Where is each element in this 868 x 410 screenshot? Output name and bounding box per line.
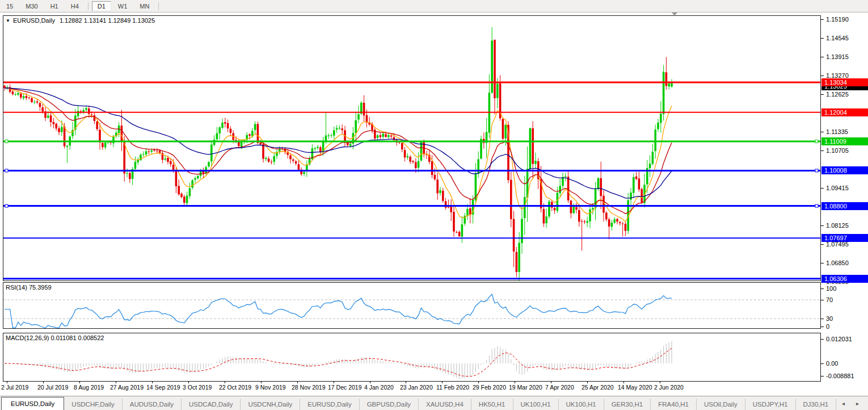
rsi-axis-label: 100 [826, 285, 836, 292]
date-label: 8 Aug 2019 [74, 384, 104, 391]
price-tick-label: 1.09415 [826, 185, 849, 191]
chart-tab-dj30-h1[interactable]: DJ30,H1 [796, 399, 837, 410]
date-tick-mark [442, 381, 443, 383]
chart-title: ▼EURUSD,Daily1.12882 1.13141 1.12849 1.1… [6, 17, 155, 24]
tf-button-h1[interactable]: H1 [45, 1, 64, 11]
date-tick-mark [623, 381, 624, 383]
horizontal-lines[interactable] [3, 82, 820, 279]
macd-axis-label: 0.00 [826, 360, 838, 367]
tf-button-d1[interactable]: D1 [92, 1, 111, 11]
line-handle[interactable] [815, 140, 818, 143]
chart-tab-ger30-h1[interactable]: GER30,H1 [604, 399, 651, 410]
tab-scroll-arrows: ◂▸ [842, 400, 863, 407]
date-label: 3 Oct 2019 [183, 384, 212, 391]
price-tick-label: 1.08125 [826, 222, 849, 229]
date-label: 14 Sep 2019 [146, 384, 180, 391]
macd-axis-label: -0.008881 [826, 373, 854, 379]
date-tick-mark [225, 381, 225, 383]
date-tick-mark [334, 381, 334, 383]
chevron-down-icon[interactable]: ▼ [6, 18, 10, 23]
price-tick-mark [821, 150, 824, 151]
macd-signal-line [5, 349, 672, 376]
chart-tab-xauusd-h4[interactable]: XAUUSD,H4 [419, 399, 471, 410]
chart-tab-usoil-daily[interactable]: USOil,Daily [697, 399, 745, 410]
price-tick-mark [821, 57, 824, 57]
line-handle[interactable] [5, 140, 8, 143]
price-tick-mark [821, 188, 824, 189]
macd-axis-tick-mark [821, 363, 824, 364]
price-tick-label: 1.15190 [826, 16, 849, 23]
price-tick-label: 1.06850 [826, 260, 849, 266]
chart-tab-eurusd-daily[interactable]: EURUSD,Daily [1, 397, 64, 410]
chart-tab-gbpusd-daily[interactable]: GBPUSD,Daily [360, 399, 419, 410]
chart-tab-hk50-h1[interactable]: HK50,H1 [471, 399, 513, 410]
price-tick-mark [821, 263, 824, 263]
date-tick-mark [515, 381, 515, 383]
date-tick-mark [478, 381, 479, 383]
date-label: 17 Dec 2019 [328, 384, 362, 391]
price-tick-mark [821, 19, 824, 20]
chart-shift-marker[interactable] [672, 12, 677, 16]
line-handle[interactable] [815, 169, 818, 172]
price-tick-mark [821, 38, 824, 39]
date-label: 28 Nov 2019 [292, 384, 326, 391]
tf-button-m30[interactable]: M30 [20, 1, 43, 11]
price-line-label-1.06306: 1.06306 [821, 275, 868, 283]
date-label: 14 May 2020 [618, 384, 652, 391]
macd-label: MACD(12,26,9) 0.011081 0.008522 [6, 334, 104, 341]
rsi-axis-label: 70 [826, 296, 833, 303]
ma-mid-line [5, 88, 672, 214]
tf-button-h4[interactable]: H4 [65, 1, 85, 11]
date-label: 25 Apr 2020 [582, 384, 614, 391]
price-tick-mark [821, 132, 824, 132]
chart-tab-usdjpy-h1[interactable]: USDJPY,H1 [745, 399, 796, 410]
tabs-scroll-left-icon[interactable]: ◂ [842, 400, 849, 407]
date-tick-mark [587, 381, 588, 383]
date-label: 7 Apr 2020 [545, 384, 574, 391]
chart-ohlc-values: 1.12882 1.13141 1.12849 1.13025 [60, 17, 155, 24]
chart-tab-bar: EURUSD,DailyUSDCHF,DailyAUDUSD,DailyUSDC… [0, 396, 868, 410]
date-label: 9 Nov 2019 [255, 384, 286, 391]
tf-button-mn[interactable]: MN [134, 1, 155, 11]
chart-tab-audusd-daily[interactable]: AUDUSD,Daily [123, 399, 182, 410]
price-tick-mark [821, 76, 824, 76]
main-chart-panel: ▼EURUSD,Daily1.12882 1.13141 1.12849 1.1… [3, 15, 821, 281]
toolbar-separator [158, 2, 159, 10]
date-axis: 2 Jul 201920 Jul 20198 Aug 201927 Aug 20… [0, 383, 820, 394]
chart-tab-usdcnh-daily[interactable]: USDCNH,Daily [241, 399, 300, 410]
rsi-plot [3, 283, 820, 328]
rsi-axis-label: 30 [826, 315, 833, 322]
date-label: 22 Oct 2019 [219, 384, 251, 391]
chart-tab-uk100-h1[interactable]: UK100,H1 [559, 399, 604, 410]
price-line-label-1.10008: 1.10008 [821, 166, 868, 174]
date-label: 2 Jun 2020 [654, 384, 684, 391]
line-handle[interactable] [5, 204, 8, 207]
price-tick-mark [821, 94, 824, 95]
price-line-label-1.12004: 1.12004 [821, 108, 868, 116]
date-label: 29 Feb 2020 [473, 384, 506, 391]
date-tick-mark [660, 381, 660, 383]
chart-tab-eurusd-daily[interactable]: EURUSD,Daily [300, 399, 359, 410]
date-label: 20 Jul 2019 [37, 384, 68, 391]
chart-tab-fra40-h1[interactable]: FRA40,H1 [651, 399, 697, 410]
rsi-label: RSI(14) 75.3959 [6, 284, 52, 291]
date-tick-mark [43, 381, 44, 383]
line-handle[interactable] [815, 204, 818, 207]
price-line-label-1.13034: 1.13034 [821, 78, 868, 86]
tabs-scroll-right-icon[interactable]: ▸ [856, 400, 863, 407]
chart-tab-usdcad-daily[interactable]: USDCAD,Daily [182, 399, 241, 410]
tf-button-15[interactable]: 15 [1, 1, 19, 11]
chart-tab-uk100-h1[interactable]: UK100,H1 [513, 399, 559, 410]
macd-axis-tick-mark [821, 376, 824, 376]
price-tick-label: 1.14545 [826, 35, 849, 41]
date-tick-mark [188, 381, 189, 383]
price-tick-mark [821, 225, 824, 226]
macd-plot [3, 333, 820, 381]
toolbar-separator [88, 2, 89, 10]
date-tick-mark [406, 381, 406, 383]
date-tick-mark [7, 381, 7, 383]
tf-button-w1[interactable]: W1 [112, 1, 133, 11]
chart-tab-usdchf-daily[interactable]: USDCHF,Daily [64, 399, 122, 410]
candlestick-chart [3, 16, 820, 281]
line-handle[interactable] [5, 169, 8, 172]
